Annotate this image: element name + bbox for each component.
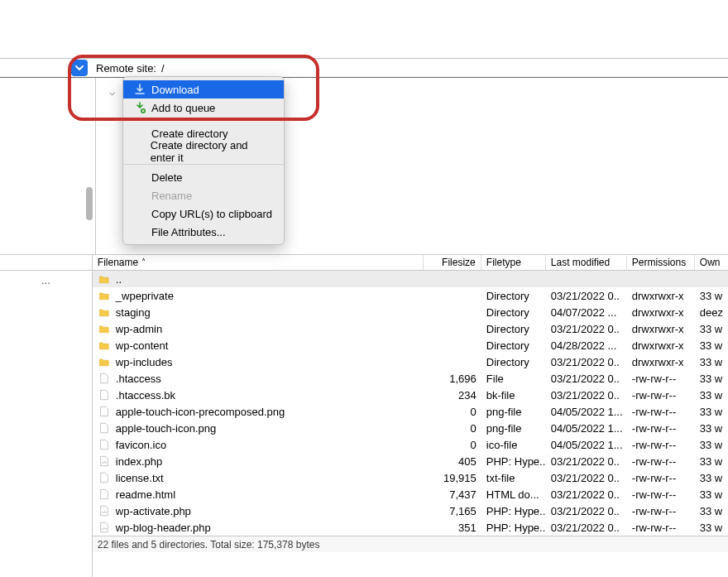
column-header-owner[interactable]: Own [695, 254, 728, 270]
file-permissions: -rw-rw-r-- [627, 406, 695, 418]
local-tree-pane [0, 78, 96, 254]
file-type: File [481, 373, 546, 385]
svg-text:</>: </> [102, 460, 108, 464]
parent-dir-row[interactable]: .. [93, 271, 728, 287]
file-row[interactable]: license.txt19,915txt-file03/21/2022 0..-… [93, 469, 728, 486]
tree-expand-chevron-icon[interactable]: ⌵ [109, 86, 115, 98]
file-icon [98, 405, 111, 418]
path-dropdown-toggle[interactable] [71, 60, 88, 76]
context-menu-item-label: Create directory and enter it [151, 139, 274, 164]
file-modified: 03/21/2022 0.. [546, 290, 627, 302]
file-permissions: drwxrwxr-x [627, 339, 695, 352]
context-menu-item-label: Add to queue [151, 102, 215, 114]
file-name: favicon.ico [116, 439, 166, 451]
file-size: 1,696 [424, 373, 481, 385]
context-menu-separator [123, 164, 284, 165]
file-name: wp-blog-header.php [116, 522, 211, 534]
column-header-permissions[interactable]: Permissions [627, 254, 695, 270]
file-modified: 04/07/2022 ... [546, 306, 627, 319]
file-size: 0 [424, 422, 481, 435]
context-menu-item[interactable]: Download [123, 80, 284, 99]
spacer [133, 127, 146, 140]
file-modified: 04/28/2022 ... [546, 339, 627, 352]
file-row[interactable]: wp-contentDirectory04/28/2022 ...drwxrwx… [93, 337, 728, 353]
file-row[interactable]: stagingDirectory04/07/2022 ...drwxrwxr-x… [93, 304, 728, 320]
column-header-filename[interactable]: Filename ˄ [93, 254, 424, 270]
context-menu-item: Rename [123, 186, 284, 204]
file-name: _wpeprivate [116, 290, 174, 302]
file-name: wp-content [116, 339, 169, 352]
file-type: bk-file [481, 389, 546, 401]
remote-site-label: Remote site: [96, 62, 156, 75]
context-menu-item-label: Copy URL(s) to clipboard [151, 208, 272, 220]
file-row[interactable]: apple-touch-icon-precomposed.png0png-fil… [93, 403, 728, 420]
local-file-pane: ... [0, 254, 93, 577]
php-icon: </> [98, 454, 111, 468]
context-menu-item[interactable]: Add to queue [123, 99, 284, 117]
file-permissions: drwxrwxr-x [627, 290, 695, 302]
file-row[interactable]: apple-touch-icon.png0png-file04/05/2022 … [93, 420, 728, 436]
file-type: Directory [481, 323, 546, 335]
column-header-lastmodified[interactable]: Last modified [546, 254, 627, 270]
file-type: PHP: Hype.. [481, 455, 546, 468]
php-icon: </> [98, 504, 111, 517]
file-row[interactable]: .htaccess.bk234bk-file03/21/2022 0..-rw-… [93, 387, 728, 403]
file-owner: 33 w [695, 455, 728, 468]
remote-file-pane: Filename ˄ Filesize Filetype Last modifi… [93, 254, 728, 577]
context-menu-item[interactable]: Delete [123, 168, 284, 186]
file-row[interactable]: favicon.ico0ico-file04/05/2022 1...-rw-r… [93, 436, 728, 453]
file-name: apple-touch-icon.png [116, 422, 216, 435]
file-owner: 33 w [695, 439, 728, 451]
status-bar: 22 files and 5 directories. Total size: … [93, 536, 728, 552]
file-size: 351 [424, 522, 481, 534]
context-menu-item[interactable]: Copy URL(s) to clipboard [123, 204, 284, 223]
context-menu-item-label: File Attributes... [151, 226, 226, 238]
file-permissions: -rw-rw-r-- [627, 505, 695, 517]
file-owner: 33 w [695, 422, 728, 435]
file-type: png-file [481, 406, 546, 418]
folder-icon [98, 339, 111, 352]
file-row[interactable]: </>wp-activate.php7,165PHP: Hype..03/21/… [93, 502, 728, 519]
file-row[interactable]: </>wp-blog-header.php351PHP: Hype..03/21… [93, 519, 728, 536]
file-owner: 33 w [695, 290, 728, 302]
context-menu-item[interactable]: File Attributes... [123, 223, 284, 241]
file-name: .. [116, 273, 122, 286]
file-row[interactable]: _wpeprivateDirectory03/21/2022 0..drwxrw… [93, 287, 728, 304]
context-menu-item-label: Rename [151, 190, 192, 202]
file-owner: 33 w [695, 505, 728, 517]
file-permissions: -rw-rw-r-- [627, 455, 695, 468]
column-header-filetype[interactable]: Filetype [481, 254, 546, 270]
context-menu-item-label: Create directory [151, 127, 228, 140]
context-menu-separator [123, 120, 284, 121]
file-row[interactable]: </>index.php405PHP: Hype..03/21/2022 0..… [93, 453, 728, 469]
file-type: txt-file [481, 472, 546, 484]
scrollbar-thumb[interactable] [86, 187, 93, 220]
file-name: license.txt [116, 472, 164, 484]
remote-tree-pane: ⌵ [0, 78, 728, 255]
file-owner: 33 w [695, 373, 728, 385]
file-row[interactable]: wp-adminDirectory03/21/2022 0..drwxrwxr-… [93, 320, 728, 337]
file-row[interactable]: readme.html7,437HTML do...03/21/2022 0..… [93, 486, 728, 502]
file-modified: 04/05/2022 1... [546, 422, 627, 435]
context-menu-item[interactable]: Create directory and enter it [123, 142, 284, 161]
file-modified: 03/21/2022 0.. [546, 455, 627, 468]
addqueue-icon [133, 101, 146, 114]
file-icon [98, 471, 111, 484]
file-permissions: -rw-rw-r-- [627, 373, 695, 385]
file-type: Directory [481, 356, 546, 368]
php-icon: </> [98, 521, 111, 534]
file-modified: 03/21/2022 0.. [546, 488, 627, 501]
file-owner: 33 w [695, 339, 728, 352]
file-row[interactable]: wp-includesDirectory03/21/2022 0..drwxrw… [93, 353, 728, 370]
file-modified: 04/05/2022 1... [546, 406, 627, 418]
remote-site-path[interactable]: / [161, 62, 165, 75]
spacer [133, 189, 146, 202]
column-header-filesize[interactable]: Filesize [424, 254, 481, 270]
file-modified: 03/21/2022 0.. [546, 373, 627, 385]
download-icon [133, 83, 146, 96]
file-type: HTML do... [481, 488, 546, 501]
file-name: apple-touch-icon-precomposed.png [116, 406, 285, 418]
column-headers: Filename ˄ Filesize Filetype Last modifi… [93, 254, 728, 271]
file-modified: 03/21/2022 0.. [546, 356, 627, 368]
file-row[interactable]: .htaccess1,696File03/21/2022 0..-rw-rw-r… [93, 370, 728, 387]
